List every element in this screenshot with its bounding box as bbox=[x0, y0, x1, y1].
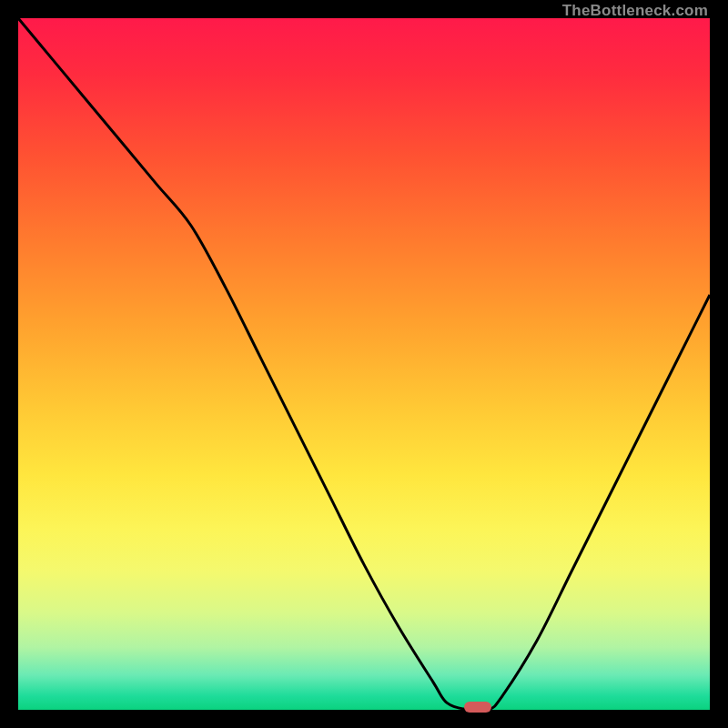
chart-frame: TheBottleneck.com bbox=[18, 18, 710, 710]
watermark-text: TheBottleneck.com bbox=[562, 2, 708, 20]
optimal-point-marker bbox=[464, 702, 491, 713]
bottleneck-curve bbox=[18, 18, 710, 710]
